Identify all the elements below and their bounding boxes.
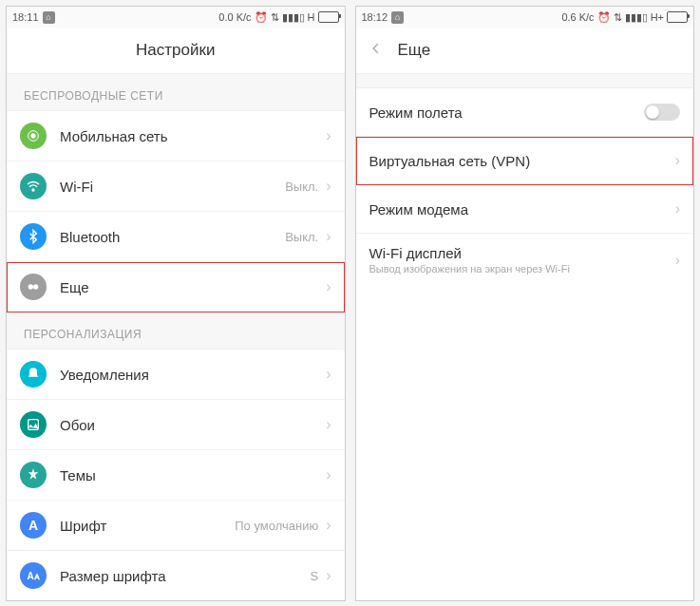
section-wireless: БЕСПРОВОДНЫЕ СЕТИ (7, 74, 345, 111)
chevron-right-icon: › (326, 127, 331, 144)
status-bar: 18:11 ⌂ 0.0 K/c ⏰ ⇅ ▮▮▮▯ H (7, 7, 345, 28)
item-wifi[interactable]: Wi-Fi Выкл. › (7, 161, 345, 212)
item-label: Wi-Fi (60, 179, 285, 195)
themes-icon (20, 462, 47, 488)
status-bar: 18:12 ⌂ 0.6 K/c ⏰ ⇅ ▮▮▮▯ H+ (356, 7, 694, 28)
status-time: 18:11 (12, 11, 39, 23)
font-size-icon: Aᴀ (20, 562, 47, 589)
item-label: Режим модема (369, 201, 675, 218)
spacer (356, 74, 694, 88)
network-type: H+ (651, 11, 664, 23)
item-label: Виртуальная сеть (VPN) (369, 153, 675, 169)
battery-icon (667, 11, 688, 23)
item-value: Выкл. (285, 230, 318, 244)
chevron-right-icon: › (326, 178, 331, 195)
page-title: Настройки (136, 41, 215, 60)
item-wallpaper[interactable]: Обои › (7, 400, 345, 450)
sync-icon: ⇅ (271, 11, 279, 24)
item-value: S (311, 569, 319, 583)
mobile-network-icon (20, 123, 47, 149)
phone-settings: 18:11 ⌂ 0.0 K/c ⏰ ⇅ ▮▮▮▯ H Настройки БЕС… (6, 6, 346, 601)
item-wifi-display[interactable]: Wi-Fi дисплей Вывод изображения на экран… (356, 234, 694, 286)
item-label: Мобильная сеть (60, 128, 318, 144)
item-tethering[interactable]: Режим модема › (356, 185, 694, 234)
item-bluetooth[interactable]: Bluetooth Выкл. › (7, 212, 345, 262)
status-speed: 0.6 K/c (561, 11, 594, 23)
chevron-right-icon: › (326, 366, 331, 383)
item-label: Шрифт (60, 518, 235, 534)
section-personalization: ПЕРСОНАЛИЗАЦИЯ (7, 312, 345, 350)
more-icon (20, 274, 47, 300)
back-icon[interactable] (369, 42, 383, 59)
chevron-right-icon: › (326, 466, 331, 483)
bluetooth-icon (20, 223, 47, 250)
item-more[interactable]: Еще › (7, 262, 345, 312)
app-badge-icon: ⌂ (43, 11, 55, 24)
item-font[interactable]: A Шрифт По умолчанию › (7, 501, 345, 551)
item-mobile-network[interactable]: Мобильная сеть › (7, 111, 345, 161)
svg-point-0 (30, 133, 35, 138)
item-label: Обои (60, 417, 326, 433)
item-airplane-mode[interactable]: Режим полета (356, 88, 694, 137)
item-label: Еще (60, 279, 326, 295)
chevron-right-icon: › (326, 228, 331, 245)
notifications-icon (20, 361, 47, 388)
titlebar: Еще (356, 28, 694, 74)
item-label: Уведомления (60, 367, 326, 383)
svg-point-4 (33, 284, 38, 289)
status-time: 18:12 (362, 11, 388, 23)
titlebar: Настройки (7, 28, 345, 74)
item-notifications[interactable]: Уведомления › (7, 350, 345, 400)
chevron-right-icon: › (675, 152, 680, 169)
svg-point-2 (32, 189, 34, 191)
item-value: По умолчанию (235, 519, 318, 533)
item-subtitle: Вывод изображения на экран через Wi-Fi (369, 263, 675, 275)
chevron-right-icon: › (675, 200, 680, 218)
sync-icon: ⇅ (614, 11, 622, 24)
item-label: Wi-Fi дисплей (369, 245, 675, 261)
item-themes[interactable]: Темы › (7, 450, 345, 501)
alarm-icon: ⏰ (255, 11, 268, 24)
page-title: Еще (398, 41, 431, 60)
item-font-size[interactable]: Aᴀ Размер шрифта S › (7, 551, 345, 600)
airplane-toggle[interactable] (644, 104, 680, 121)
item-label: Размер шрифта (60, 568, 311, 584)
svg-point-3 (28, 284, 33, 289)
chevron-right-icon: › (326, 278, 331, 295)
app-badge-icon: ⌂ (391, 11, 404, 24)
status-speed: 0.0 K/c (218, 11, 251, 23)
item-label: Темы (60, 467, 326, 483)
item-label: Bluetooth (60, 229, 285, 245)
wifi-icon (20, 173, 47, 199)
signal-icon: ▮▮▮▯ (282, 11, 305, 24)
signal-icon: ▮▮▮▯ (625, 11, 648, 24)
item-vpn[interactable]: Виртуальная сеть (VPN) › (356, 137, 694, 185)
chevron-right-icon: › (326, 517, 331, 534)
wallpaper-icon (20, 411, 47, 438)
phone-more: 18:12 ⌂ 0.6 K/c ⏰ ⇅ ▮▮▮▯ H+ Еще Режим по… (355, 6, 695, 601)
network-type: H (308, 11, 315, 23)
chevron-right-icon: › (675, 252, 680, 269)
item-value: Выкл. (285, 180, 318, 194)
font-icon: A (20, 512, 47, 539)
chevron-right-icon: › (326, 567, 331, 584)
item-label: Режим полета (369, 104, 645, 121)
alarm-icon: ⏰ (597, 11, 611, 24)
chevron-right-icon: › (326, 416, 331, 433)
battery-icon (318, 11, 339, 23)
